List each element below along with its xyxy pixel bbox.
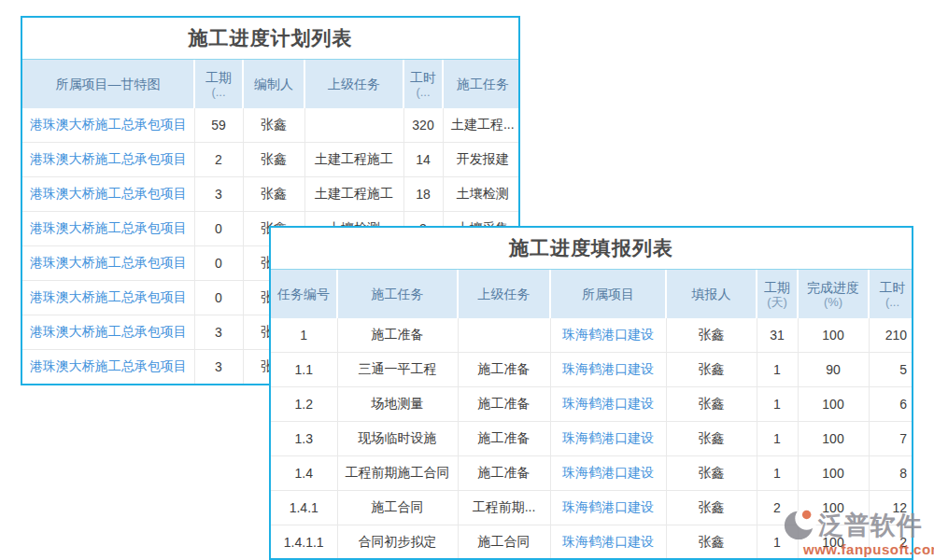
project-link[interactable]: 港珠澳大桥施工总承包项目 bbox=[22, 246, 194, 281]
plan-table-row: 港珠澳大桥施工总承包项目59张鑫320土建工程... bbox=[22, 108, 520, 143]
report-table-row: 1.2场地测量施工准备珠海鹤港口建设张鑫11006 bbox=[271, 387, 913, 422]
report-table-row: 1.4.1.1合同初步拟定施工合同珠海鹤港口建设张鑫11002 bbox=[271, 525, 913, 560]
plan-table-row: 港珠澳大桥施工总承包项目3张鑫土建工程施工18土壤检测 bbox=[22, 177, 520, 212]
report-table-row: 1施工准备珠海鹤港口建设张鑫31100210 bbox=[271, 318, 913, 353]
task-no-cell: 1.1 bbox=[271, 353, 337, 387]
duration-cell: 0 bbox=[194, 212, 243, 246]
project-link[interactable]: 港珠澳大桥施工总承包项目 bbox=[22, 281, 194, 315]
task-cell: 工程前期施工合同 bbox=[337, 456, 458, 491]
parent-task-cell: 施工准备 bbox=[458, 456, 550, 491]
duration-cell: 1 bbox=[757, 525, 798, 560]
progress-cell: 100 bbox=[798, 525, 869, 560]
duration-cell: 3 bbox=[194, 350, 243, 385]
duration-cell: 0 bbox=[194, 281, 243, 315]
parent-task-cell: 施工准备 bbox=[458, 387, 550, 422]
progress-cell: 100 bbox=[798, 387, 869, 422]
reporter-cell: 张鑫 bbox=[666, 456, 757, 491]
hours-cell: 7 bbox=[869, 422, 913, 456]
task-no-cell: 1.4 bbox=[271, 456, 337, 491]
progress-cell: 100 bbox=[798, 491, 869, 525]
reporter-cell: 张鑫 bbox=[666, 387, 757, 422]
report-column-header: 上级任务 bbox=[458, 270, 550, 318]
report-column-header: 填报人 bbox=[666, 270, 757, 318]
duration-cell: 1 bbox=[757, 456, 798, 491]
progress-cell: 90 bbox=[798, 353, 869, 387]
project-link[interactable]: 珠海鹤港口建设 bbox=[550, 456, 666, 491]
report-list-window: 施工进度填报列表 任务编号施工任务上级任务所属项目填报人工期(天)完成进度(%)… bbox=[269, 226, 913, 560]
reporter-cell: 张鑫 bbox=[666, 318, 757, 353]
plan-list-title: 施工进度计划列表 bbox=[22, 18, 518, 60]
hours-cell: 14 bbox=[403, 143, 443, 177]
report-column-header: 所属项目 bbox=[550, 270, 666, 318]
author-cell: 张鑫 bbox=[243, 177, 304, 212]
duration-cell: 31 bbox=[757, 318, 798, 353]
progress-cell: 100 bbox=[798, 318, 869, 353]
hours-cell: 210 bbox=[869, 318, 913, 353]
report-column-header: 施工任务 bbox=[337, 270, 458, 318]
hours-cell: 5 bbox=[869, 353, 913, 387]
author-cell: 张鑫 bbox=[243, 143, 304, 177]
parent-task-cell bbox=[458, 318, 550, 353]
task-no-cell: 1.4.1.1 bbox=[271, 525, 337, 560]
reporter-cell: 张鑫 bbox=[666, 491, 757, 525]
author-cell: 张鑫 bbox=[243, 108, 304, 143]
plan-column-header: 工时(... bbox=[403, 60, 443, 108]
hours-cell: 2 bbox=[869, 525, 913, 560]
duration-cell: 3 bbox=[194, 177, 243, 212]
project-link[interactable]: 港珠澳大桥施工总承包项目 bbox=[22, 108, 194, 143]
project-link[interactable]: 港珠澳大桥施工总承包项目 bbox=[22, 143, 194, 177]
report-list-title: 施工进度填报列表 bbox=[271, 228, 912, 270]
task-cell: 土壤检测 bbox=[443, 177, 520, 212]
plan-column-header: 施工任务 bbox=[443, 60, 520, 108]
report-table: 任务编号施工任务上级任务所属项目填报人工期(天)完成进度(%)工时(... 1施… bbox=[271, 270, 913, 560]
duration-cell: 2 bbox=[757, 491, 798, 525]
progress-cell: 100 bbox=[798, 456, 869, 491]
plan-column-header: 上级任务 bbox=[304, 60, 403, 108]
plan-column-header: 工期(... bbox=[194, 60, 243, 108]
hours-cell: 8 bbox=[869, 456, 913, 491]
project-link[interactable]: 港珠澳大桥施工总承包项目 bbox=[22, 212, 194, 246]
plan-table-header-row: 所属项目—甘特图工期(...编制人上级任务工时(...施工任务 bbox=[22, 60, 520, 108]
task-cell: 现场临时设施 bbox=[337, 422, 458, 456]
parent-task-cell: 施工准备 bbox=[458, 422, 550, 456]
project-link[interactable]: 珠海鹤港口建设 bbox=[550, 387, 666, 422]
parent-task-cell: 工程前期... bbox=[458, 491, 550, 525]
duration-cell: 2 bbox=[194, 143, 243, 177]
task-cell: 场地测量 bbox=[337, 387, 458, 422]
project-link[interactable]: 港珠澳大桥施工总承包项目 bbox=[22, 177, 194, 212]
project-link[interactable]: 港珠澳大桥施工总承包项目 bbox=[22, 315, 194, 350]
project-link[interactable]: 珠海鹤港口建设 bbox=[550, 422, 666, 456]
reporter-cell: 张鑫 bbox=[666, 422, 757, 456]
project-link[interactable]: 珠海鹤港口建设 bbox=[550, 318, 666, 353]
report-column-header: 任务编号 bbox=[271, 270, 337, 318]
hours-cell: 320 bbox=[403, 108, 443, 143]
report-table-header-row: 任务编号施工任务上级任务所属项目填报人工期(天)完成进度(%)工时(... bbox=[271, 270, 913, 318]
task-cell: 施工准备 bbox=[337, 318, 458, 353]
hours-cell: 6 bbox=[869, 387, 913, 422]
reporter-cell: 张鑫 bbox=[666, 525, 757, 560]
reporter-cell: 张鑫 bbox=[666, 353, 757, 387]
task-no-cell: 1.3 bbox=[271, 422, 337, 456]
task-cell: 合同初步拟定 bbox=[337, 525, 458, 560]
task-no-cell: 1.2 bbox=[271, 387, 337, 422]
hours-cell: 12 bbox=[869, 491, 913, 525]
project-link[interactable]: 珠海鹤港口建设 bbox=[550, 353, 666, 387]
project-link[interactable]: 港珠澳大桥施工总承包项目 bbox=[22, 350, 194, 385]
project-link[interactable]: 珠海鹤港口建设 bbox=[550, 525, 666, 560]
project-link[interactable]: 珠海鹤港口建设 bbox=[550, 491, 666, 525]
duration-cell: 1 bbox=[757, 353, 798, 387]
report-column-header: 工期(天) bbox=[757, 270, 798, 318]
task-cell: 三通一平工程 bbox=[337, 353, 458, 387]
report-table-row: 1.4.1施工合同工程前期...珠海鹤港口建设张鑫210012 bbox=[271, 491, 913, 525]
task-cell: 开发报建 bbox=[443, 143, 520, 177]
task-cell: 土建工程... bbox=[443, 108, 520, 143]
parent-task-cell: 土建工程施工 bbox=[304, 177, 403, 212]
duration-cell: 59 bbox=[194, 108, 243, 143]
duration-cell: 1 bbox=[757, 387, 798, 422]
report-column-header: 完成进度(%) bbox=[798, 270, 869, 318]
task-cell: 施工合同 bbox=[337, 491, 458, 525]
duration-cell: 3 bbox=[194, 315, 243, 350]
task-no-cell: 1 bbox=[271, 318, 337, 353]
plan-table-row: 港珠澳大桥施工总承包项目2张鑫土建工程施工14开发报建 bbox=[22, 143, 520, 177]
parent-task-cell bbox=[304, 108, 403, 143]
